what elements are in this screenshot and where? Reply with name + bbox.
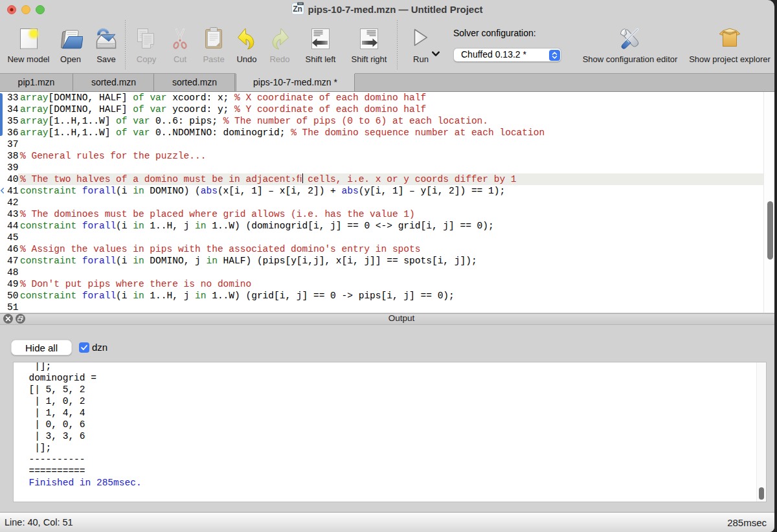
svg-text:Zn: Zn [293,5,303,14]
